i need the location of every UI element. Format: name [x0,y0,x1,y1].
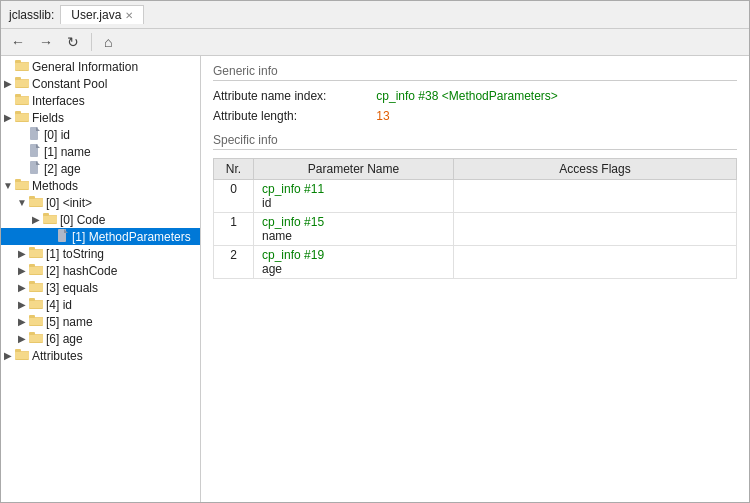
folder-icon [29,331,43,346]
tree-node-methods[interactable]: ▼Methods [1,177,200,194]
file-icon [57,229,69,244]
node-label: [1] name [44,145,91,159]
tree-node-methods-init-methodparams[interactable]: [1] MethodParameters [1,228,200,245]
svg-rect-11 [15,94,21,97]
expand-icon[interactable]: ▶ [15,248,29,259]
specific-info-section-title: Specific info [213,133,737,150]
svg-rect-54 [29,318,43,325]
param-link[interactable]: cp_info #19 [262,248,324,262]
app-title-label: jclasslib: [9,8,54,22]
folder-icon [43,212,57,227]
refresh-button[interactable]: ↻ [63,32,83,52]
expand-icon[interactable]: ▶ [1,350,15,361]
title-bar: jclasslib: User.java ✕ [1,1,749,29]
svg-rect-51 [29,298,35,301]
svg-rect-32 [43,216,57,223]
attr-name-index-row: Attribute name index: cp_info #38 <Metho… [213,89,737,103]
svg-rect-14 [15,114,29,121]
node-label: Methods [32,179,78,193]
svg-marker-21 [36,161,40,165]
table-row: 1cp_info #15name [214,213,737,246]
node-label: [0] <init> [46,196,92,210]
expand-icon[interactable]: ▶ [15,282,29,293]
col-nr: Nr. [214,159,254,180]
tree-node-fields[interactable]: ▶Fields [1,109,200,126]
node-label: [0] id [44,128,70,142]
tree-node-methods-init-code[interactable]: ▶[0] Code [1,211,200,228]
tree-node-methods-equals[interactable]: ▶[3] equals [1,279,200,296]
svg-rect-47 [29,281,35,284]
tree-node-methods-name[interactable]: ▶[5] name [1,313,200,330]
node-label: [3] equals [46,281,98,295]
cell-param-name: cp_info #19age [254,246,454,279]
folder-icon [15,93,29,108]
cell-nr: 1 [214,213,254,246]
param-name: name [262,229,292,243]
tree-node-methods-id[interactable]: ▶[4] id [1,296,200,313]
svg-rect-46 [29,284,43,291]
main-area: General Information▶Constant PoolInterfa… [1,56,749,502]
tree-node-methods-init[interactable]: ▼[0] <init> [1,194,200,211]
svg-rect-39 [29,247,35,250]
folder-icon [15,59,29,74]
node-label: [4] id [46,298,72,312]
tree-node-fields-id[interactable]: [0] id [1,126,200,143]
forward-button[interactable]: → [35,32,57,52]
folder-icon [29,297,43,312]
svg-marker-19 [36,144,40,148]
attr-name-index-label: Attribute name index: [213,89,373,103]
param-link[interactable]: cp_info #15 [262,215,324,229]
tree-node-attributes[interactable]: ▶Attributes [1,347,200,364]
svg-rect-33 [43,213,49,216]
expand-icon[interactable]: ▶ [15,265,29,276]
expand-icon[interactable]: ▼ [15,197,29,208]
expand-icon[interactable]: ▶ [1,78,15,89]
svg-rect-55 [29,315,35,318]
app-window: jclasslib: User.java ✕ ← → ↻ ⌂ General I… [0,0,750,503]
tab-label: User.java [71,8,121,22]
svg-rect-29 [29,196,35,199]
tab-user-java[interactable]: User.java ✕ [60,5,144,24]
tree-node-methods-age[interactable]: ▶[6] age [1,330,200,347]
tree-node-constant-pool[interactable]: ▶Constant Pool [1,75,200,92]
node-label: [6] age [46,332,83,346]
svg-rect-7 [15,77,21,80]
folder-icon [29,195,43,210]
expand-icon[interactable]: ▼ [1,180,15,191]
attr-name-link[interactable]: cp_info #38 [376,89,438,103]
node-label: Fields [32,111,64,125]
file-icon [29,144,41,159]
tree-node-interfaces[interactable]: Interfaces [1,92,200,109]
svg-marker-17 [36,127,40,131]
tree-node-fields-age[interactable]: [2] age [1,160,200,177]
home-button[interactable]: ⌂ [100,32,116,52]
svg-rect-15 [15,111,21,114]
back-button[interactable]: ← [7,32,29,52]
tab-close-icon[interactable]: ✕ [125,10,133,21]
toolbar-separator [91,33,92,51]
toolbar: ← → ↻ ⌂ [1,29,749,56]
expand-icon[interactable]: ▶ [1,112,15,123]
node-label: [1] toString [46,247,104,261]
tree-node-general[interactable]: General Information [1,58,200,75]
attr-length-label: Attribute length: [213,109,373,123]
attr-length-value: 13 [376,109,389,123]
tree-node-fields-name[interactable]: [1] name [1,143,200,160]
tree-node-methods-hashcode[interactable]: ▶[2] hashCode [1,262,200,279]
cell-flags [454,180,737,213]
folder-icon [15,110,29,125]
tab-bar: User.java ✕ [60,5,146,24]
param-link[interactable]: cp_info #11 [262,182,324,196]
cell-flags [454,246,737,279]
attr-length-row: Attribute length: 13 [213,109,737,123]
attr-name-angle: <MethodParameters> [442,89,558,103]
expand-icon[interactable]: ▶ [15,316,29,327]
node-label: Attributes [32,349,83,363]
folder-icon [29,314,43,329]
svg-rect-62 [15,352,29,359]
expand-icon[interactable]: ▶ [29,214,43,225]
expand-icon[interactable]: ▶ [15,299,29,310]
tree-node-methods-tostring[interactable]: ▶[1] toString [1,245,200,262]
expand-icon[interactable]: ▶ [15,333,29,344]
tree-panel: General Information▶Constant PoolInterfa… [1,56,201,502]
